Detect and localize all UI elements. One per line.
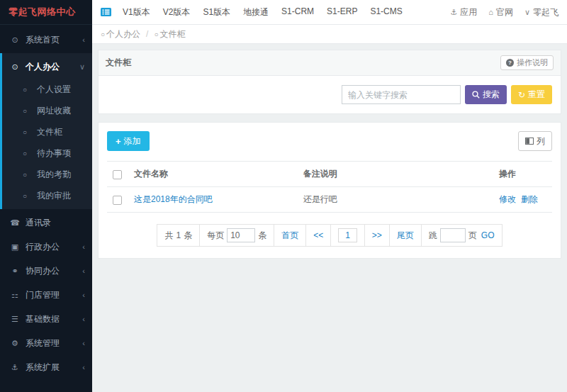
circle-icon: ○ bbox=[23, 171, 31, 179]
sidebar-subitem-personal-settings[interactable]: ○ 个人设置 bbox=[2, 79, 92, 100]
user-menu[interactable]: ∨ 零起飞 bbox=[524, 6, 558, 18]
main-area: V1版本 V2版本 S1版本 地接通 S1-CRM S1-ERP S1-CMS … bbox=[92, 0, 567, 392]
sidebar-nav: ⊙ 系统首页 ‹ ⊙ 个人办公 ∨ ○ 个人设置 ○ 网址收藏 ○ 文件柜 bbox=[0, 25, 92, 392]
sidebar-subitem-my-attendance[interactable]: ○ 我的考勤 bbox=[2, 164, 92, 185]
tab-s1-cms[interactable]: S1-CMS bbox=[370, 6, 402, 18]
tab-v2[interactable]: V2版本 bbox=[163, 6, 191, 18]
sidebar-subitem-file-cabinet[interactable]: ○ 文件柜 bbox=[2, 121, 92, 142]
topbar: V1版本 V2版本 S1版本 地接通 S1-CRM S1-ERP S1-CMS … bbox=[92, 0, 567, 25]
content: 文件柜 ? 操作说明 搜索 ↻ 重置 bbox=[92, 44, 567, 392]
page-title: 文件柜 bbox=[106, 57, 131, 69]
plus-icon: + bbox=[116, 136, 121, 147]
tab-dijietong[interactable]: 地接通 bbox=[243, 6, 269, 18]
sidebar-item-admin-office[interactable]: ▣ 行政办公 ‹ bbox=[0, 235, 92, 259]
current-page[interactable]: 1 bbox=[338, 228, 357, 242]
sidebar-active-group: ⊙ 个人办公 ∨ ○ 个人设置 ○ 网址收藏 ○ 文件柜 ○ 待办事项 ○ bbox=[0, 53, 92, 209]
breadcrumb-personal-office[interactable]: ○ 个人办公 bbox=[101, 28, 140, 40]
circle-icon: ○ bbox=[23, 107, 31, 115]
column-header-file-name: 文件名称 bbox=[128, 162, 298, 187]
chevron-left-icon: ‹ bbox=[82, 363, 85, 371]
topbar-right: ⚓ 应用 ⌂ 官网 ∨ 零起飞 bbox=[450, 6, 558, 18]
help-button[interactable]: ? 操作说明 bbox=[500, 55, 554, 70]
chevron-left-icon: ‹ bbox=[82, 315, 85, 323]
breadcrumb: ○ 个人办公 / ○ 文件柜 bbox=[92, 25, 567, 44]
list-panel: + 添加 列 文件名称 备注说明 操作 bbox=[98, 122, 561, 259]
sidebar-subitem-my-approval[interactable]: ○ 我的审批 bbox=[2, 185, 92, 206]
phone-icon: ☎ bbox=[9, 218, 21, 228]
refresh-icon: ↻ bbox=[518, 90, 525, 100]
briefcase-icon: ▣ bbox=[9, 242, 21, 252]
prev-page-link[interactable]: << bbox=[306, 225, 331, 246]
column-header-actions: 操作 bbox=[493, 162, 552, 187]
app-icon: ⚓ bbox=[450, 8, 457, 17]
search-icon bbox=[472, 91, 480, 99]
row-actions: 修改 删除 bbox=[499, 194, 546, 206]
tab-v1[interactable]: V1版本 bbox=[123, 6, 150, 18]
per-page-input[interactable] bbox=[227, 228, 255, 242]
home-icon: ⌂ bbox=[488, 8, 493, 16]
current-page-cell: 1 bbox=[331, 225, 365, 246]
official-site-link[interactable]: ⌂ 官网 bbox=[488, 6, 513, 18]
reset-button[interactable]: ↻ 重置 bbox=[511, 85, 552, 104]
wrench-icon: ⚙ bbox=[9, 339, 21, 348]
sidebar-item-collab-office[interactable]: ⚭ 协同办公 ‹ bbox=[0, 259, 92, 283]
tab-s1[interactable]: S1版本 bbox=[203, 6, 230, 18]
edit-link[interactable]: 修改 bbox=[499, 194, 516, 206]
search-button[interactable]: 搜索 bbox=[465, 85, 507, 104]
app-logo: 零起飞网络中心 bbox=[0, 0, 92, 25]
sidebar-item-contacts[interactable]: ☎ 通讯录 bbox=[0, 211, 92, 235]
circle-icon: ○ bbox=[101, 30, 105, 38]
note-text: 还是行吧 bbox=[303, 194, 337, 204]
pagination-wrap: 共1条 每页 条 首页 << 1 >> 尾页 跳 bbox=[107, 224, 552, 247]
chevron-down-icon: ∨ bbox=[524, 8, 530, 17]
search-bar: 搜索 ↻ 重置 bbox=[99, 76, 561, 113]
delete-link[interactable]: 删除 bbox=[521, 194, 538, 206]
sidebar-subitem-todo-items[interactable]: ○ 待办事项 bbox=[2, 142, 92, 164]
last-page-link[interactable]: 尾页 bbox=[390, 225, 422, 246]
first-page-link[interactable]: 首页 bbox=[274, 225, 306, 246]
columns-button[interactable]: 列 bbox=[518, 131, 552, 151]
breadcrumb-separator: / bbox=[146, 29, 148, 39]
sidebar-item-personal-office[interactable]: ⊙ 个人办公 ∨ bbox=[2, 55, 92, 79]
search-input[interactable] bbox=[342, 85, 461, 104]
anchor-icon: ⚓ bbox=[9, 363, 21, 372]
sidebar-item-system-ext[interactable]: ⚓ 系统扩展 ‹ bbox=[0, 355, 92, 379]
jump-page-input[interactable] bbox=[440, 228, 466, 242]
sidebar: 零起飞网络中心 ⊙ 系统首页 ‹ ⊙ 个人办公 ∨ ○ 个人设置 ○ 网址收藏 … bbox=[0, 0, 92, 392]
sitemap-icon: ⚏ bbox=[9, 291, 21, 300]
jump-cell: 跳 页 GO bbox=[422, 225, 502, 246]
total-count: 1 bbox=[176, 230, 181, 240]
sidebar-item-system-mgmt[interactable]: ⚙ 系统管理 ‹ bbox=[0, 331, 92, 355]
breadcrumb-file-cabinet[interactable]: ○ 文件柜 bbox=[154, 28, 185, 40]
file-table: 文件名称 备注说明 操作 这是2018年的合同吧 还是行吧 修改 删除 bbox=[107, 161, 552, 213]
chevron-left-icon: ‹ bbox=[82, 339, 85, 347]
apps-link[interactable]: ⚓ 应用 bbox=[450, 6, 477, 18]
top-nav: V1版本 V2版本 S1版本 地接通 S1-CRM S1-ERP S1-CMS bbox=[123, 6, 403, 18]
sidebar-subitem-url-favorites[interactable]: ○ 网址收藏 bbox=[2, 100, 92, 121]
row-checkbox[interactable] bbox=[113, 196, 122, 205]
pagination: 共1条 每页 条 首页 << 1 >> 尾页 跳 bbox=[157, 224, 502, 247]
chevron-left-icon: ‹ bbox=[82, 267, 85, 275]
circle-icon: ○ bbox=[23, 150, 31, 157]
circle-icon: ○ bbox=[154, 30, 158, 38]
tab-s1-erp[interactable]: S1-ERP bbox=[327, 6, 357, 18]
dot-circle-icon: ⊙ bbox=[9, 62, 21, 72]
next-page-link[interactable]: >> bbox=[365, 225, 390, 246]
add-button[interactable]: + 添加 bbox=[107, 131, 150, 151]
go-button[interactable]: GO bbox=[481, 230, 495, 240]
file-name-link[interactable]: 这是2018年的合同吧 bbox=[134, 194, 213, 204]
select-all-checkbox[interactable] bbox=[113, 170, 122, 179]
sidebar-item-store-mgmt[interactable]: ⚏ 门店管理 ‹ bbox=[0, 283, 92, 307]
chevron-down-icon: ∨ bbox=[79, 62, 85, 72]
file-cabinet-panel: 文件柜 ? 操作说明 搜索 ↻ 重置 bbox=[98, 50, 561, 114]
menu-toggle-icon[interactable] bbox=[101, 8, 111, 16]
sidebar-item-system-home[interactable]: ⊙ 系统首页 ‹ bbox=[0, 28, 92, 52]
table-header-row: 文件名称 备注说明 操作 bbox=[107, 162, 552, 187]
per-page-cell: 每页 条 bbox=[200, 225, 274, 246]
tab-s1-crm[interactable]: S1-CRM bbox=[281, 6, 314, 18]
question-icon: ? bbox=[506, 59, 514, 67]
panel-header: 文件柜 ? 操作说明 bbox=[99, 50, 561, 76]
sidebar-item-base-data[interactable]: ☰ 基础数据 ‹ bbox=[0, 307, 92, 331]
users-icon: ⚭ bbox=[9, 267, 21, 276]
table-row: 这是2018年的合同吧 还是行吧 修改 删除 bbox=[107, 187, 552, 213]
